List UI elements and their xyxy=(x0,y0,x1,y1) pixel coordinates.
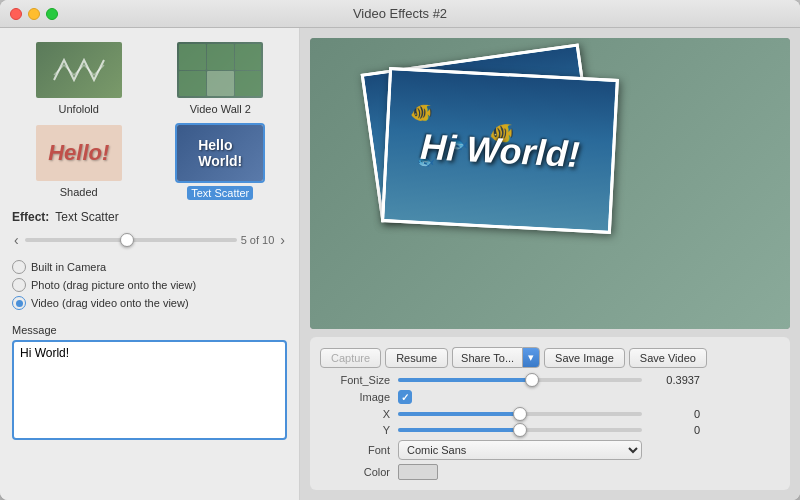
radio-circle-photo xyxy=(12,278,26,292)
y-thumb[interactable] xyxy=(513,423,527,437)
preview-hi-world-text: Hi World! xyxy=(419,125,580,175)
message-label: Message xyxy=(12,324,287,336)
thumb-box-shaded: Hello! xyxy=(34,123,124,183)
font-select[interactable]: Comic Sans Arial Helvetica xyxy=(398,440,642,460)
thumb-item-textscatter[interactable]: HelloWorld! Text Scatter xyxy=(154,123,288,200)
titlebar: Video Effects #2 xyxy=(0,0,800,28)
radio-video[interactable]: Video (drag video onto the view) xyxy=(12,296,287,310)
radio-label-photo: Photo (drag picture onto the view) xyxy=(31,279,196,291)
effect-label: Effect: xyxy=(12,210,49,224)
minimize-button[interactable] xyxy=(28,8,40,20)
thumb-visual-videowall xyxy=(177,42,263,98)
y-fill xyxy=(398,428,520,432)
font-size-value: 0.3937 xyxy=(650,374,700,386)
effect-name: Text Scatter xyxy=(55,210,118,224)
traffic-lights xyxy=(10,8,58,20)
save-video-button[interactable]: Save Video xyxy=(629,348,707,368)
x-thumb[interactable] xyxy=(513,407,527,421)
y-value: 0 xyxy=(650,424,700,436)
message-textarea[interactable]: Hi World! xyxy=(12,340,287,440)
effect-count: 5 of 10 xyxy=(241,234,275,246)
window-title: Video Effects #2 xyxy=(353,6,447,21)
image-checkbox[interactable] xyxy=(398,390,412,404)
x-slider[interactable] xyxy=(398,412,642,416)
y-slider[interactable] xyxy=(398,428,642,432)
unfolold-icon xyxy=(49,55,109,85)
x-label: X xyxy=(320,408,390,420)
color-label: Color xyxy=(320,466,390,478)
thumb-item-videowall[interactable]: Video Wall 2 xyxy=(154,40,288,115)
share-group: Share To... ▾ xyxy=(452,347,540,368)
font-size-thumb[interactable] xyxy=(525,373,539,387)
radio-circle-camera xyxy=(12,260,26,274)
thumb-box-videowall xyxy=(175,40,265,100)
preview-area: 🐠 🐟 🐠 🐟 Hi World! xyxy=(310,38,790,329)
thumb-visual-unfolold xyxy=(36,42,122,98)
radio-circle-video xyxy=(12,296,26,310)
action-buttons: Capture Resume Share To... ▾ Save Image … xyxy=(320,347,707,368)
thumb-item-unfolold[interactable]: Unfolold xyxy=(12,40,146,115)
controls-bar: Capture Resume Share To... ▾ Save Image … xyxy=(310,337,790,490)
image-label: Image xyxy=(320,391,390,403)
effect-nav: ‹ 5 of 10 › xyxy=(12,232,287,248)
font-size-fill xyxy=(398,378,532,382)
x-value: 0 xyxy=(650,408,700,420)
thumb-label-unfolold: Unfolold xyxy=(59,103,99,115)
photo-card-front: 🐠 🐟 🐠 🐟 Hi World! xyxy=(381,67,619,234)
font-label: Font xyxy=(320,444,390,456)
font-size-slider[interactable] xyxy=(398,378,642,382)
thumb-item-shaded[interactable]: Hello! Shaded xyxy=(12,123,146,200)
maximize-button[interactable] xyxy=(46,8,58,20)
left-panel: Unfolold Video Wall 2 xyxy=(0,28,300,500)
main-content: Unfolold Video Wall 2 xyxy=(0,28,800,500)
capture-button[interactable]: Capture xyxy=(320,348,381,368)
color-swatch[interactable] xyxy=(398,464,438,480)
nav-next-button[interactable]: › xyxy=(278,232,287,248)
radio-label-video: Video (drag video onto the view) xyxy=(31,297,189,309)
x-fill xyxy=(398,412,520,416)
radio-photo[interactable]: Photo (drag picture onto the view) xyxy=(12,278,287,292)
effect-bar: Effect: Text Scatter xyxy=(12,210,287,224)
save-image-button[interactable]: Save Image xyxy=(544,348,625,368)
share-to-button[interactable]: Share To... xyxy=(452,347,522,368)
thumb-visual-shaded: Hello! xyxy=(36,125,122,181)
thumb-label-videowall: Video Wall 2 xyxy=(190,103,251,115)
y-label: Y xyxy=(320,424,390,436)
nav-prev-button[interactable]: ‹ xyxy=(12,232,21,248)
close-button[interactable] xyxy=(10,8,22,20)
radio-built-in-camera[interactable]: Built in Camera xyxy=(12,260,287,274)
right-panel: 🐠 🐟 🐠 🐟 Hi World! Capture Resume xyxy=(300,28,800,500)
thumb-visual-textscatter: HelloWorld! xyxy=(177,125,263,181)
radio-label-camera: Built in Camera xyxy=(31,261,106,273)
thumb-box-unfolold xyxy=(34,40,124,100)
photo-inner-front: 🐠 🐟 🐠 🐟 Hi World! xyxy=(384,70,615,231)
share-dropdown-button[interactable]: ▾ xyxy=(522,347,540,368)
effect-slider-thumb[interactable] xyxy=(120,233,134,247)
resume-button[interactable]: Resume xyxy=(385,348,448,368)
source-radio-group: Built in Camera Photo (drag picture onto… xyxy=(12,260,287,310)
font-size-label: Font_Size xyxy=(320,374,390,386)
thumbnails-grid: Unfolold Video Wall 2 xyxy=(12,40,287,200)
thumb-box-textscatter: HelloWorld! xyxy=(175,123,265,183)
app-window: Video Effects #2 Unfolold xyxy=(0,0,800,500)
effect-slider-track[interactable] xyxy=(25,238,237,242)
thumb-label-shaded: Shaded xyxy=(60,186,98,198)
settings-grid: Font_Size 0.3937 Image X xyxy=(320,374,700,480)
thumb-label-textscatter: Text Scatter xyxy=(187,186,253,200)
